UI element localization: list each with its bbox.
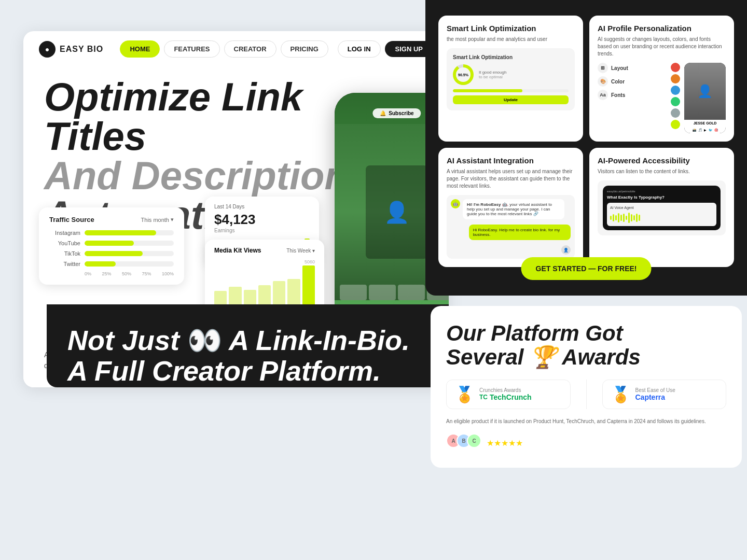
hero-section: Optimize Link Titles and Descriptions Au… [23,67,449,337]
traffic-row-youtube: YouTube [49,240,174,246]
ai-voice-label: AI Voice Agent [610,206,713,209]
ai-profile-card: AI Profile Personalization AI suggests o… [589,16,734,142]
chart-bar-tue [244,290,256,305]
smart-link-desc: the most popular and me analytics and us… [447,36,575,43]
color-swatches [671,63,680,133]
progress-circle: 90.5% [453,64,474,85]
link-update-btn[interactable]: Update [453,95,569,104]
mediakit-period: This Week ▾ [286,248,315,254]
chart-bar-wed [258,285,271,305]
award-techcrunch: 🏅 Crunchies Awards TC TechCrunch [446,380,571,409]
tc-prefix: TC [479,394,488,401]
award-techcrunch-info: Crunchies Awards TC TechCrunch [479,387,532,401]
bar-axis: 0%25%50%75%100% [49,271,174,276]
awards-footer: A B C ★★★★★ [446,433,726,452]
profile-social-icons: 📸 🎵 ▶ 🐦 🎯 [684,127,726,133]
hero-title-line2: and Descriptions [44,153,370,198]
awards-grid: 🏅 Crunchies Awards TC TechCrunch 🏅 Best … [446,380,726,409]
award-capterra-info: Best Ease of Use Capterra [635,387,675,401]
profile-phone-bg: 👤 [684,63,726,120]
mediakit-title: Media Kit Views [214,247,261,254]
link-bar-fill [453,89,522,92]
earnings-amount: $4,123 [214,212,310,228]
ai-accessibility-card: AI-Powered Accessibility Visitors can li… [589,148,734,267]
mediakit-peak: 5060 [214,259,315,264]
right-panel: Smart Link Optimization the most popular… [425,0,747,296]
awards-title-line2: Several 🏆 Awards [446,345,726,369]
phone-subscribe-bar: 🔔 Subscribe [372,108,421,118]
dark-section: Not just 👀 a link-in-bio. A full creator… [47,304,449,387]
navbar: ● EASY BIO HOME FEATURES CREATOR PRICING… [23,31,449,67]
chart-bar-thu [273,281,285,304]
swatch-green [671,97,680,106]
mediakit-chart [214,265,315,307]
dark-title-line1: Not just 👀 a link-in-bio. [67,325,449,356]
earnings-period: Last 14 Days [214,204,310,209]
audio-player: AI Voice Agent [607,203,716,226]
features-grid: Smart Link Optimization the most popular… [431,8,742,275]
swatch-red [671,63,680,72]
swatch-blue [671,86,680,95]
audio-wave [610,213,713,223]
nav-pricing[interactable]: PRICING [281,40,328,58]
profile-name-tag: JESSE GOLD [684,120,726,127]
main-card: ● EASY BIO HOME FEATURES CREATOR PRICING… [23,31,449,387]
traffic-period: This month ▾ [141,216,174,223]
traffic-card: Traffic Source This month ▾ Instagram Yo… [39,207,184,285]
awards-title-line1: Our Platform Got [446,321,726,345]
logo-text: EASY BIO [60,45,103,54]
login-button[interactable]: LOG IN [338,40,381,58]
progress-info: It good enough to be optimal [479,70,506,79]
profile-option-color: 🎨 Color [598,76,628,87]
profile-option-layout: ⊞ Layout [598,63,628,73]
nav-creator[interactable]: CREATOR [224,40,276,58]
mediakit-title-row: Media Kit Views This Week ▾ [214,247,315,254]
acc-phone-text: What Exactly Is Typography? [607,195,716,200]
awards-title: Our Platform Got Several 🏆 Awards [446,321,726,369]
acc-phone-url: easybio.ai/petmobile [607,190,716,193]
profile-person-icon: 👤 [697,84,713,99]
bot-avatar: 🤖 [451,199,460,208]
chat-bot-row: 🤖 Hi! I'm RoboEasy 🤖, your virtual assis… [451,199,571,221]
traffic-row-tiktok: TikTok [49,250,174,257]
user-avatar-small: 👤 [561,245,571,255]
ai-assistant-desc: A virtual assistant helps users set up a… [447,168,575,190]
user-avatars: A B C [446,433,481,448]
chat-user-row: Hi RoboEasy. Help me to create bio link.… [451,225,571,242]
awards-section: Our Platform Got Several 🏆 Awards 🏅 Crun… [431,306,742,468]
bot-message: Hi! I'm RoboEasy 🤖, your virtual assista… [463,199,564,219]
swatch-lime [671,120,680,129]
ai-accessibility-title: AI-Powered Accessibility [598,156,726,165]
person-placeholder: 👤 [366,165,428,259]
award-laurel-icon: 🏅 [455,385,474,403]
award-capterra-label-big: Capterra [635,393,675,401]
smart-link-card: Smart Link Optimization the most popular… [438,16,583,142]
smart-link-opt-label: Smart Link Optimization [453,54,569,60]
hero-title-line1: Optimize Link Titles [44,75,302,158]
award-description: An eligible product if it is launched on… [446,417,726,425]
accessibility-phone: easybio.ai/petmobile What Exactly Is Typ… [603,186,721,230]
traffic-row-instagram: Instagram [49,230,174,236]
award-techcrunch-label-big: TC TechCrunch [479,393,532,401]
profile-options: ⊞ Layout 🎨 Color Aa Fonts [598,63,628,133]
nav-features[interactable]: FEATURES [164,40,219,58]
progress-value: 90.5% [458,73,468,77]
ai-profile-title: AI Profile Personalization [598,24,726,33]
award-capterra: 🏅 Best Ease of Use Capterra [602,380,727,409]
thumb-1 [340,285,367,300]
panel-cta-button[interactable]: GET STARTED — FOR FREE! [521,257,652,280]
ai-profile-visual: ⊞ Layout 🎨 Color Aa Fonts [598,63,726,133]
chart-bar-sun [214,291,227,304]
award-capterra-label-small: Best Ease of Use [635,387,675,393]
award-techcrunch-label-small: Crunchies Awards [479,387,532,393]
profile-phone-mini: 👤 JESSE GOLD 📸 🎵 ▶ 🐦 🎯 [684,63,726,133]
ai-accessibility-desc: Visitors can listen to the content of li… [598,168,726,175]
nav-home[interactable]: HOME [120,40,160,58]
avatar-3: C [467,433,481,448]
traffic-title-row: Traffic Source This month ▾ [49,216,174,223]
progress-subtext: It good enough [479,70,506,75]
chat-visual: 🤖 Hi! I'm RoboEasy 🤖, your virtual assis… [447,195,575,259]
chevron-down-icon: ▾ [171,216,174,223]
star-rating: ★★★★★ [487,438,523,448]
profile-option-fonts: Aa Fonts [598,90,628,100]
